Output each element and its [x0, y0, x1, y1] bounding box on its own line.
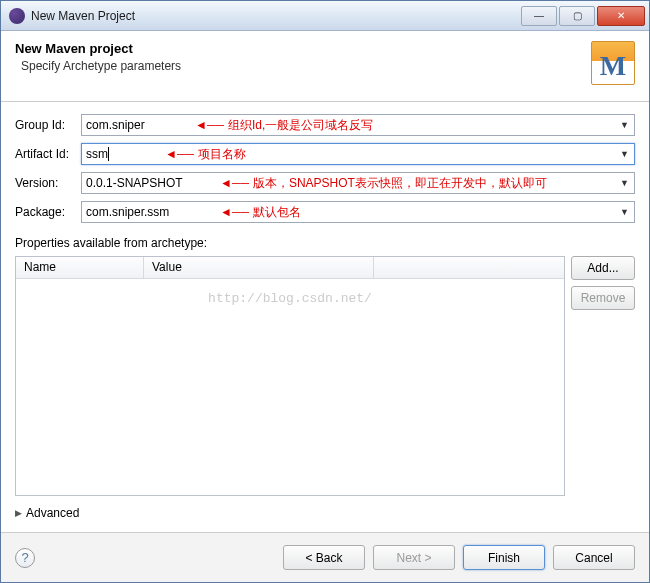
page-title: New Maven project — [15, 41, 591, 56]
artifact-id-label: Artifact Id: — [15, 147, 81, 161]
add-button[interactable]: Add... — [571, 256, 635, 280]
minimize-button[interactable]: — — [521, 6, 557, 26]
column-name[interactable]: Name — [16, 257, 144, 278]
finish-button[interactable]: Finish — [463, 545, 545, 570]
version-label: Version: — [15, 176, 81, 190]
package-label: Package: — [15, 205, 81, 219]
window-controls: — ▢ ✕ — [521, 6, 645, 26]
close-button[interactable]: ✕ — [597, 6, 645, 26]
content-area: Group Id: com.sniper ▼ ◄──组织Id,一般是公司域名反写… — [1, 102, 649, 532]
page-subtitle: Specify Archetype parameters — [21, 59, 591, 73]
cancel-button[interactable]: Cancel — [553, 545, 635, 570]
expand-icon: ▶ — [15, 508, 22, 518]
properties-table[interactable]: Name Value http://blog.csdn.net/ — [15, 256, 565, 496]
wizard-header: New Maven project Specify Archetype para… — [1, 31, 649, 102]
maven-icon: M — [591, 41, 635, 85]
chevron-down-icon[interactable]: ▼ — [620, 178, 630, 188]
back-button[interactable]: < Back — [283, 545, 365, 570]
column-spacer — [374, 257, 564, 278]
advanced-toggle[interactable]: ▶ Advanced — [15, 506, 635, 520]
next-button: Next > — [373, 545, 455, 570]
properties-label: Properties available from archetype: — [15, 236, 635, 250]
remove-button: Remove — [571, 286, 635, 310]
watermark: http://blog.csdn.net/ — [16, 291, 564, 306]
chevron-down-icon[interactable]: ▼ — [620, 207, 630, 217]
title-bar[interactable]: New Maven Project — ▢ ✕ — [1, 1, 649, 31]
chevron-down-icon[interactable]: ▼ — [620, 120, 630, 130]
package-annotation: ◄──默认包名 — [220, 204, 301, 221]
maximize-button[interactable]: ▢ — [559, 6, 595, 26]
button-bar: ? < Back Next > Finish Cancel — [1, 532, 649, 582]
group-id-label: Group Id: — [15, 118, 81, 132]
dialog-window: New Maven Project — ▢ ✕ New Maven projec… — [0, 0, 650, 583]
group-id-annotation: ◄──组织Id,一般是公司域名反写 — [195, 117, 373, 134]
artifact-id-annotation: ◄──项目名称 — [165, 146, 246, 163]
eclipse-icon — [9, 8, 25, 24]
version-annotation: ◄──版本，SNAPSHOT表示快照，即正在开发中，默认即可 — [220, 175, 547, 192]
properties-area: Name Value http://blog.csdn.net/ Add... … — [15, 256, 635, 496]
chevron-down-icon[interactable]: ▼ — [620, 149, 630, 159]
table-body[interactable]: http://blog.csdn.net/ — [16, 279, 564, 495]
window-title: New Maven Project — [31, 9, 521, 23]
column-value[interactable]: Value — [144, 257, 374, 278]
help-button[interactable]: ? — [15, 548, 35, 568]
package-field[interactable]: com.sniper.ssm ▼ — [81, 201, 635, 223]
